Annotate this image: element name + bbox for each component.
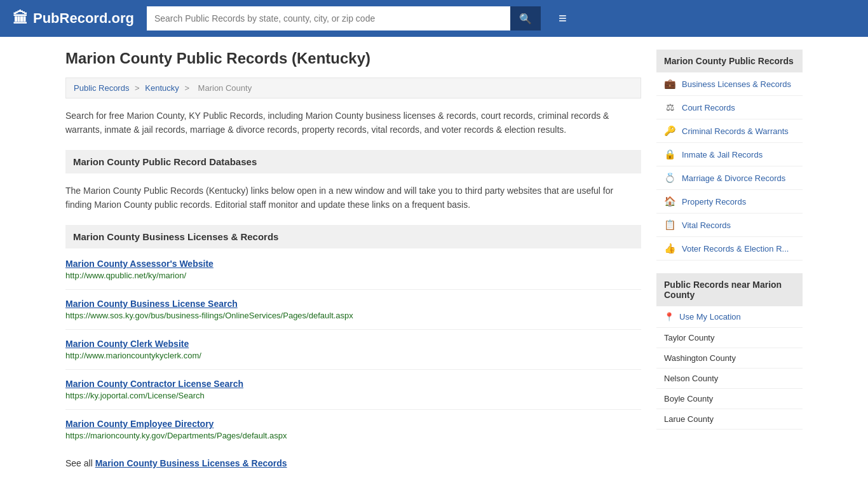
menu-icon: ≡ — [559, 10, 567, 26]
sidebar-nearby-title: Public Records near Marion County — [656, 273, 803, 306]
record-title[interactable]: Marion County Employee Directory — [65, 419, 641, 429]
see-all-link[interactable]: Marion County Business Licenses & Record… — [95, 458, 287, 468]
content-area: Marion County Public Records (Kentucky) … — [65, 50, 641, 468]
menu-button[interactable]: ≡ — [553, 11, 572, 25]
record-url[interactable]: http://www.marioncountykyclerk.com/ — [65, 351, 201, 360]
sidebar-item-label: Criminal Records & Warrants — [682, 126, 789, 136]
logo-icon: 🏛 — [13, 10, 28, 27]
sidebar-main-title: Marion County Public Records — [656, 50, 803, 72]
sidebar-item-icon: 💼 — [664, 78, 675, 90]
sidebar-item-label: Business Licenses & Records — [682, 79, 791, 89]
page-title: Marion County Public Records (Kentucky) — [65, 50, 641, 67]
nearby-counties-list: Taylor CountyWashington CountyNelson Cou… — [656, 328, 803, 430]
sidebar-item-icon: 🏠 — [664, 196, 675, 207]
record-url[interactable]: http://www.qpublic.net/ky/marion/ — [65, 271, 186, 280]
search-button[interactable]: 🔍 — [510, 6, 541, 30]
nearby-county-item[interactable]: Nelson County — [656, 369, 803, 389]
nearby-county-item[interactable]: Larue County — [656, 409, 803, 430]
record-title[interactable]: Marion County Assessor's Website — [65, 259, 641, 269]
sidebar: Marion County Public Records 💼 Business … — [656, 50, 803, 468]
sidebar-nearby-section: Public Records near Marion County 📍 Use … — [656, 273, 803, 430]
location-icon: 📍 — [664, 312, 674, 322]
record-entry: Marion County Contractor License Search … — [65, 379, 641, 410]
logo-text: PubRecord.org — [33, 10, 134, 27]
record-title[interactable]: Marion County Contractor License Search — [65, 379, 641, 389]
sidebar-item-label: Vital Records — [682, 220, 731, 230]
see-all-label: See all — [65, 458, 93, 468]
sidebar-record-item[interactable]: 💍 Marriage & Divorce Records — [656, 166, 803, 190]
databases-description: The Marion County Public Records (Kentuc… — [65, 184, 641, 212]
sidebar-item-icon: 💍 — [664, 172, 675, 184]
breadcrumb-marion-county: Marion County — [198, 83, 252, 93]
record-title[interactable]: Marion County Business License Search — [65, 299, 641, 309]
sidebar-items-list: 💼 Business Licenses & Records ⚖ Court Re… — [656, 72, 803, 261]
sidebar-item-icon: 👍 — [664, 243, 675, 254]
sidebar-record-item[interactable]: 👍 Voter Records & Election R... — [656, 237, 803, 261]
record-url[interactable]: https://ky.joportal.com/License/Search — [65, 391, 205, 400]
sidebar-main-section: Marion County Public Records 💼 Business … — [656, 50, 803, 261]
use-location-item[interactable]: 📍 Use My Location — [656, 306, 803, 328]
sidebar-item-label: Inmate & Jail Records — [682, 150, 763, 159]
site-logo[interactable]: 🏛 PubRecord.org — [13, 10, 134, 27]
nearby-county-item[interactable]: Taylor County — [656, 328, 803, 348]
record-entry: Marion County Clerk Website http://www.m… — [65, 339, 641, 370]
sidebar-record-item[interactable]: ⚖ Court Records — [656, 96, 803, 119]
nearby-county-item[interactable]: Washington County — [656, 348, 803, 369]
use-location-label: Use My Location — [679, 312, 741, 322]
sidebar-item-icon: ⚖ — [664, 102, 675, 113]
sidebar-item-icon: 🔒 — [664, 149, 675, 160]
business-records-list: Marion County Assessor's Website http://… — [65, 259, 641, 449]
search-bar: 🔍 — [147, 6, 541, 30]
sidebar-record-item[interactable]: 🏠 Property Records — [656, 190, 803, 214]
record-url[interactable]: https://marioncounty.ky.gov/Departments/… — [65, 431, 287, 440]
sidebar-item-icon: 📋 — [664, 219, 675, 231]
site-header: 🏛 PubRecord.org 🔍 ≡ — [0, 0, 868, 37]
breadcrumb-public-records[interactable]: Public Records — [74, 83, 129, 93]
main-container: Marion County Public Records (Kentucky) … — [53, 37, 815, 481]
record-title[interactable]: Marion County Clerk Website — [65, 339, 641, 349]
sidebar-record-item[interactable]: 💼 Business Licenses & Records — [656, 72, 803, 96]
intro-text: Search for free Marion County, KY Public… — [65, 109, 641, 137]
breadcrumb-sep-2: > — [184, 83, 191, 93]
breadcrumb: Public Records > Kentucky > Marion Count… — [65, 78, 641, 98]
sidebar-record-item[interactable]: 🔑 Criminal Records & Warrants — [656, 119, 803, 143]
breadcrumb-kentucky[interactable]: Kentucky — [145, 83, 179, 93]
business-section-header: Marion County Business Licenses & Record… — [65, 225, 641, 248]
nearby-county-item[interactable]: Boyle County — [656, 389, 803, 409]
record-entry: Marion County Business License Search ht… — [65, 299, 641, 330]
search-input[interactable] — [147, 6, 510, 30]
sidebar-record-item[interactable]: 🔒 Inmate & Jail Records — [656, 143, 803, 166]
record-entry: Marion County Employee Directory https:/… — [65, 419, 641, 449]
see-all-container: See all Marion County Business Licenses … — [65, 458, 641, 468]
sidebar-item-label: Voter Records & Election R... — [682, 244, 789, 254]
sidebar-item-label: Property Records — [682, 197, 746, 207]
sidebar-record-item[interactable]: 📋 Vital Records — [656, 214, 803, 237]
databases-section-header: Marion County Public Record Databases — [65, 150, 641, 173]
sidebar-item-icon: 🔑 — [664, 125, 675, 137]
record-entry: Marion County Assessor's Website http://… — [65, 259, 641, 290]
sidebar-item-label: Court Records — [682, 103, 735, 112]
record-url[interactable]: https://www.sos.ky.gov/bus/business-fili… — [65, 311, 353, 320]
search-icon: 🔍 — [519, 13, 532, 24]
sidebar-item-label: Marriage & Divorce Records — [682, 173, 785, 183]
breadcrumb-sep-1: > — [135, 83, 142, 93]
